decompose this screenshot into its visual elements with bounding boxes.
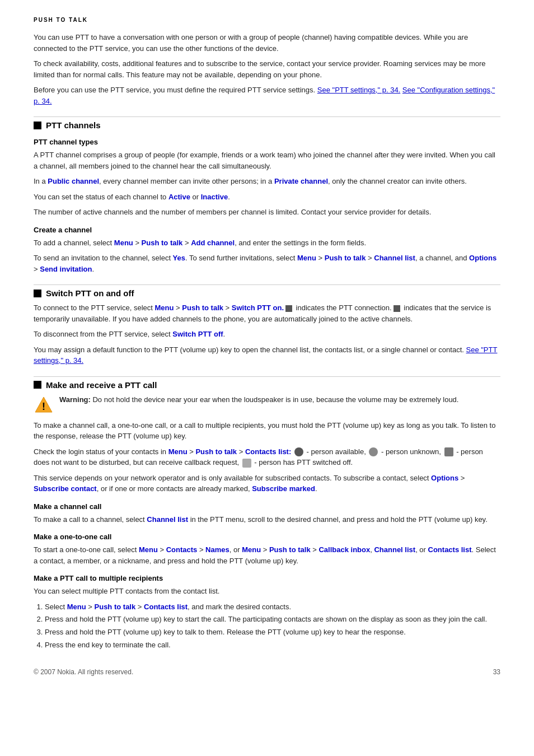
warning-text: Warning: Do not hold the device near you… bbox=[59, 394, 458, 405]
menu-label-5: Menu bbox=[139, 545, 158, 554]
make-one-to-one-heading: Make a one-to-one call bbox=[34, 533, 500, 541]
create-channel-p1: To add a channel, select Menu > Push to … bbox=[34, 237, 500, 249]
svg-text:!: ! bbox=[42, 401, 45, 412]
step-1: Select Menu > Push to talk > Contacts li… bbox=[45, 601, 500, 613]
menu-label-6: Menu bbox=[242, 545, 261, 554]
make-multiple-heading: Make a PTT call to multiple recipients bbox=[34, 574, 500, 582]
make-channel-call-heading: Make a channel call bbox=[34, 502, 500, 511]
make-receive-p2: Check the login status of your contacts … bbox=[34, 446, 500, 468]
step1-menu: Menu bbox=[67, 603, 86, 611]
menu-label-4: Menu bbox=[168, 447, 188, 456]
channel-types-p2: In a Public channel, every channel membe… bbox=[34, 176, 500, 187]
inactive-status: Inactive bbox=[201, 193, 228, 201]
make-multiple-steps: Select Menu > Push to talk > Contacts li… bbox=[45, 601, 500, 651]
step1-prefix: Select bbox=[45, 603, 67, 611]
switch-ptt-title: Switch PTT on and off bbox=[46, 288, 134, 298]
ptt-label-3: Push to talk bbox=[182, 304, 223, 312]
ptt-channels-title: PTT channels bbox=[46, 120, 101, 130]
warning-box: ! Warning: Do not hold the device near y… bbox=[34, 394, 500, 416]
ptt-label-4: Push to talk bbox=[195, 447, 237, 456]
switch-ptt-on-label: Switch PTT on. bbox=[232, 304, 284, 312]
step-3: Press and hold the PTT (volume up) key t… bbox=[45, 627, 500, 638]
channel-list-label-2: Channel list bbox=[147, 515, 188, 524]
page-label: Push to talk bbox=[34, 17, 500, 23]
warning-label: Warning: bbox=[59, 395, 91, 404]
contacts-label: Contacts bbox=[166, 545, 198, 554]
add-channel-label: Add channel bbox=[191, 239, 235, 247]
names-label: Names bbox=[205, 545, 229, 554]
make-receive-section-header: Make and receive a PTT call bbox=[34, 376, 500, 390]
contacts-list-label: Contacts list: bbox=[245, 447, 291, 456]
active-status: Active bbox=[168, 193, 190, 201]
menu-label-1: Menu bbox=[114, 239, 133, 247]
private-channel: Private channel bbox=[274, 177, 328, 185]
step-2: Press and hold the PTT (volume up) key t… bbox=[45, 614, 500, 626]
step1-contacts: Contacts list bbox=[144, 603, 188, 611]
intro-p3-prefix: Before you can use the PTT service, you … bbox=[34, 86, 315, 94]
yes-label: Yes bbox=[173, 254, 185, 262]
subscribe-marked-label: Subscribe marked bbox=[252, 484, 315, 493]
make-multiple-p1: You can select multiple PTT contacts fro… bbox=[34, 586, 500, 597]
copyright: © 2007 Nokia. All rights reserved. bbox=[34, 668, 133, 676]
channel-list-label-1: Channel list bbox=[374, 254, 415, 262]
ptt-channels-icon bbox=[34, 122, 41, 129]
switch-ptt-off-label: Switch PTT off bbox=[172, 330, 223, 338]
menu-label-3: Menu bbox=[155, 304, 174, 312]
options-label-1: Options bbox=[469, 254, 496, 262]
warning-icon: ! bbox=[34, 395, 54, 416]
step-4: Press the end key to terminate the call. bbox=[45, 640, 500, 651]
switch-ptt-icon bbox=[34, 290, 41, 297]
ptt-label-2: Push to talk bbox=[325, 254, 366, 262]
intro-p1: You can use PTT to have a conversation w… bbox=[34, 32, 500, 54]
switch-ptt-section-header: Switch PTT on and off bbox=[34, 284, 500, 298]
options-label-2: Options bbox=[431, 474, 458, 482]
subscribe-contact-label: Subscribe contact bbox=[34, 484, 97, 493]
make-receive-icon bbox=[34, 381, 41, 389]
step1-arr2: > bbox=[135, 603, 144, 611]
switch-ptt-p2: To disconnect from the PTT service, sele… bbox=[34, 329, 500, 340]
intro-p3: Before you can use the PTT service, you … bbox=[34, 85, 500, 106]
send-invitation-label: Send invitation bbox=[40, 265, 92, 273]
menu-label-2: Menu bbox=[297, 254, 316, 262]
switch-ptt-p1: To connect to the PTT service, select Me… bbox=[34, 302, 500, 324]
make-channel-call-p1: To make a call to a channel, select Chan… bbox=[34, 514, 500, 525]
contacts-list-label-2: Contacts list bbox=[428, 545, 472, 554]
step1-ptt: Push to talk bbox=[95, 603, 136, 611]
ptt-channels-section-header: PTT channels bbox=[34, 116, 500, 130]
ptt-label-5: Push to talk bbox=[269, 545, 311, 554]
create-channel-p2: To send an invitation to the channel, se… bbox=[34, 253, 500, 274]
intro-p2: To check availability, costs, additional… bbox=[34, 58, 500, 80]
step1-suffix: , and mark the desired contacts. bbox=[188, 603, 291, 611]
make-receive-p1: To make a channel call, a one-to-one cal… bbox=[34, 420, 500, 442]
channel-list-label-3: Channel list bbox=[374, 545, 415, 554]
switch-ptt-p3: You may assign a default function to the… bbox=[34, 344, 500, 366]
page-footer: © 2007 Nokia. All rights reserved. 33 bbox=[34, 668, 500, 676]
page-number: 33 bbox=[493, 668, 500, 676]
ptt-unavailable-icon bbox=[394, 305, 400, 312]
channel-types-p1: A PTT channel comprises a group of peopl… bbox=[34, 150, 500, 171]
make-receive-p3: This service depends on your network ope… bbox=[34, 473, 500, 494]
public-channel: Public channel bbox=[48, 177, 99, 185]
ptt-label-1: Push to talk bbox=[142, 239, 183, 247]
channel-types-p3: You can set the status of each channel t… bbox=[34, 192, 500, 203]
ptt-connection-icon bbox=[285, 305, 292, 312]
step1-arr: > bbox=[86, 603, 95, 611]
create-channel-heading: Create a channel bbox=[34, 226, 500, 234]
make-one-to-one-p1: To start a one-to-one call, select Menu … bbox=[34, 544, 500, 566]
intro-ptt-settings-link[interactable]: See "PTT settings," p. 34. bbox=[317, 86, 400, 94]
callback-inbox-label: Callback inbox bbox=[318, 545, 370, 554]
ptt-channel-types-heading: PTT channel types bbox=[34, 138, 500, 146]
make-receive-title: Make and receive a PTT call bbox=[46, 380, 157, 390]
channel-types-p4: The number of active channels and the nu… bbox=[34, 207, 500, 218]
